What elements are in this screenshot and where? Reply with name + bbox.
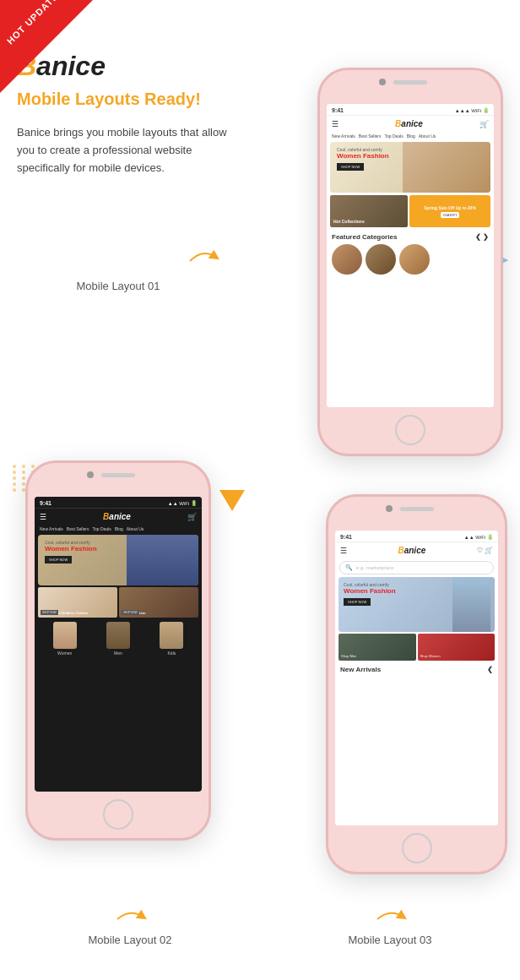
phone2-status-bar: 9:41 ▲▲ WiFi 🔋	[35, 497, 202, 509]
phone2-cat-kids-img	[160, 622, 183, 649]
phone1-nav-item-1: New Arrivals	[332, 133, 355, 139]
layout3-label: Mobile Layout 03	[348, 934, 431, 946]
phone1-cat-1	[332, 244, 362, 275]
phone2-hamburger-icon: ☰	[40, 513, 46, 521]
phone3-hero-text: Cool, colorful and comfy Women Fashion S…	[344, 582, 396, 606]
phone1-promo: Hot Collections Spring Sale Off Up to 20…	[330, 195, 490, 227]
phone2-grid2-btn[interactable]: SHOP NOW	[122, 610, 139, 615]
phone1-screen-container: 9:41 ▲▲▲ WiFi 🔋 ☰ Banice 🛒 New Arrivals …	[327, 104, 494, 407]
phone1-sale-title: Spring Sale Off Up to 20%	[424, 205, 476, 210]
phone3-search-icon: 🔍	[345, 564, 353, 571]
phone2-logo-rest: anice	[109, 512, 131, 521]
phone2-grid1-btn[interactable]: SHOP NOW	[41, 610, 58, 615]
phone1-sale-code: 21MJ0P1	[441, 212, 460, 218]
phone1-logo-rest: anice	[401, 119, 423, 128]
layout2-label: Mobile Layout 02	[88, 934, 171, 946]
phone2-hero-text: Cool, colorful and comfy Women Fashion S…	[45, 540, 97, 564]
phone2-cat-women-img	[53, 622, 77, 649]
phone2-cat-men: Men	[106, 622, 130, 656]
phone3-logo: Banice	[398, 546, 425, 555]
phone1-nav-item-2: Best Sellers	[359, 133, 382, 139]
logo-rest: anice	[36, 51, 106, 82]
phone3-shop-now-btn[interactable]: SHOP NOW	[344, 598, 371, 606]
phone3-status: ▲▲ WiFi 🔋	[464, 534, 493, 540]
phone2-cat-men-label: Men	[114, 651, 122, 656]
layout2-arrow-icon	[113, 904, 147, 928]
phone3-logo-b: B	[398, 546, 404, 555]
phone3-new-arrivals-label: New Arrivals	[340, 666, 381, 673]
phone1-hero-text: Cool, colorful and comfy Women Fashion S…	[337, 147, 389, 171]
phone1-hamburger-icon: ☰	[332, 120, 339, 128]
phone3-promo-women-label: Shop Women	[420, 654, 441, 658]
phone1-cart-icon: 🛒	[479, 120, 489, 128]
phone1-categories-label: Featured Categories	[332, 233, 397, 241]
phone2-hero-title: Women Fashion	[45, 545, 97, 553]
bottom-labels: Mobile Layout 02 Mobile Layout 03	[0, 904, 520, 946]
logo: B anice	[17, 51, 245, 82]
phone3-mockup: 9:41 ▲▲ WiFi 🔋 ☰ Banice ♡ 🛒 🔍 e.g. marke…	[326, 494, 507, 874]
phone1-shop-now-btn[interactable]: SHOP NOW	[337, 163, 364, 171]
phone3-screen-container: 9:41 ▲▲ WiFi 🔋 ☰ Banice ♡ 🛒 🔍 e.g. marke…	[335, 531, 498, 825]
phone2-camera	[87, 471, 94, 478]
phone2-nav-item-5: About Us	[127, 526, 144, 531]
phone2-cat-kids: Kids	[160, 622, 183, 656]
phone2-mockup: 9:41 ▲▲ WiFi 🔋 ☰ Banice 🛒 New Arrivals B…	[25, 460, 211, 841]
phone1-promo-image: Hot Collections	[330, 195, 408, 227]
phone3-nav: ☰ Banice ♡ 🛒	[335, 542, 498, 558]
phone2-nav-item-1: New Arrivals	[40, 526, 63, 531]
phone3-promo-women: Shop Women	[418, 634, 496, 661]
phone1-categories	[327, 242, 494, 276]
phone1-categories-title: Featured Categories ❮ ❯	[327, 230, 494, 242]
phone3-new-arrivals-title: New Arrivals ❮	[335, 662, 498, 675]
phone2-cart-icon: 🛒	[187, 513, 197, 521]
phone1-promo-label: Hot Collections	[333, 219, 365, 224]
phone1-nav: ☰ Banice 🛒	[327, 116, 494, 132]
phone1-camera	[379, 79, 386, 85]
phone1-nav-item-4: Blog	[407, 133, 415, 139]
phone2-menu: New Arrivals Best Sellers Top Deals Blog…	[35, 525, 202, 533]
layout3-section: Mobile Layout 03	[348, 904, 431, 946]
phone1-time: 9:41	[332, 107, 344, 113]
phone2-categories-row: Women Men Kids	[35, 619, 202, 658]
phone3-speaker	[400, 507, 434, 511]
phone1-speaker	[393, 80, 427, 84]
phone1-status: ▲▲▲ WiFi 🔋	[455, 107, 489, 113]
phone2-nav-item-3: Top Deals	[92, 526, 111, 531]
phone2-time: 9:41	[40, 500, 51, 506]
phone1-screen: 9:41 ▲▲▲ WiFi 🔋 ☰ Banice 🛒 New Arrivals …	[327, 104, 494, 407]
phone1-sale-box: Spring Sale Off Up to 20% 21MJ0P1	[409, 195, 490, 227]
hero-description: Banice brings you mobile layouts that al…	[17, 124, 245, 177]
phone2-nav: ☰ Banice 🛒	[35, 509, 202, 525]
phone2-home-button	[103, 799, 133, 830]
phone1-logo: Banice	[395, 119, 423, 128]
phone1-cat-2	[366, 244, 396, 275]
phone2-cat-women-label: Women	[57, 651, 72, 656]
phone3-screen: 9:41 ▲▲ WiFi 🔋 ☰ Banice ♡ 🛒 🔍 e.g. marke…	[335, 531, 498, 825]
phone3-hero-person	[452, 577, 490, 632]
phone1-nav-item-3: Top Deals	[384, 133, 403, 139]
phone2-cat-women: Women	[53, 622, 77, 656]
phone1-mockup: 9:41 ▲▲▲ WiFi 🔋 ☰ Banice 🛒 New Arrivals …	[317, 68, 503, 456]
svg-marker-0	[219, 490, 245, 511]
phone3-status-bar: 9:41 ▲▲ WiFi 🔋	[335, 531, 498, 542]
phone2-screen: 9:41 ▲▲ WiFi 🔋 ☰ Banice 🛒 New Arrivals B…	[35, 497, 202, 792]
layout2-section: Mobile Layout 02	[88, 904, 171, 946]
phone1-nav-item-5: About Us	[419, 133, 436, 139]
phone3-promo-men: Shop Men	[339, 634, 416, 661]
phone3-icons: ♡ 🛒	[477, 547, 493, 554]
phone2-cat-kids-label: Kids	[167, 651, 176, 656]
phone2-screen-container: 9:41 ▲▲ WiFi 🔋 ☰ Banice 🛒 New Arrivals B…	[35, 497, 202, 792]
phone1-hero: Cool, colorful and comfy Women Fashion S…	[330, 142, 490, 193]
phone2-grid: Cute Stylish Children Clothes SHOP NOW M…	[38, 587, 198, 618]
phone2-cat-men-img	[106, 622, 130, 649]
phone3-promo-men-label: Shop Men	[341, 654, 356, 658]
layout1-arrow-icon	[186, 244, 219, 270]
down-arrow-decoration	[219, 490, 245, 520]
phone3-time: 9:41	[340, 534, 352, 540]
phone1-menu: New Arrivals Best Sellers Top Deals Blog…	[327, 132, 494, 140]
phone2-shop-now-btn[interactable]: SHOP NOW	[45, 556, 72, 564]
phone3-search-bar[interactable]: 🔍 e.g. marketplace	[339, 561, 494, 574]
phone2-grid-item-1: Cute Stylish Children Clothes SHOP NOW	[38, 587, 117, 618]
phone2-nav-item-2: Best Sellers	[67, 526, 89, 531]
phone3-logo-rest: anice	[404, 546, 426, 555]
